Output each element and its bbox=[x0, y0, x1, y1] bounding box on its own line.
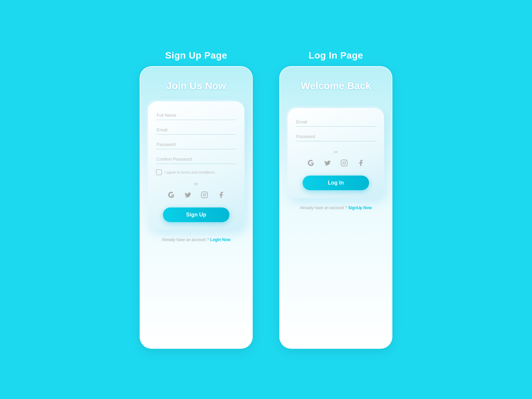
fullname-input[interactable] bbox=[156, 111, 236, 120]
login-twitter-icon[interactable] bbox=[322, 158, 333, 168]
twitter-icon[interactable] bbox=[183, 190, 193, 200]
signup-email-input[interactable] bbox=[156, 125, 236, 135]
login-heading: Welcome Back bbox=[301, 80, 371, 91]
login-page-wrapper: Log In Page Welcome Back or bbox=[279, 50, 392, 349]
login-form-box: or bbox=[288, 108, 384, 198]
svg-point-5 bbox=[345, 161, 346, 162]
svg-point-4 bbox=[343, 162, 345, 164]
login-email-input[interactable] bbox=[296, 117, 376, 127]
login-password-input[interactable] bbox=[296, 132, 376, 141]
login-phone-card: Welcome Back or bbox=[279, 66, 392, 349]
svg-rect-0 bbox=[201, 192, 207, 198]
login-google-icon[interactable] bbox=[306, 158, 316, 168]
signup-phone-card: Join Us Now I agree to terms and conditi… bbox=[140, 66, 253, 349]
login-facebook-icon[interactable] bbox=[355, 158, 366, 168]
signup-page-wrapper: Sign Up Page Join Us Now I agree to term… bbox=[140, 50, 253, 349]
signup-social-icons bbox=[166, 190, 226, 200]
svg-rect-3 bbox=[341, 160, 347, 166]
signup-page-title: Sign Up Page bbox=[165, 50, 227, 61]
login-page-title: Log In Page bbox=[309, 50, 363, 61]
signup-login-link[interactable]: LogIn Now bbox=[210, 237, 230, 242]
google-icon[interactable] bbox=[166, 190, 177, 200]
signup-button[interactable]: Sign Up bbox=[163, 207, 229, 222]
signup-or-divider: or bbox=[194, 181, 198, 186]
signup-heading: Join Us Now bbox=[166, 80, 226, 91]
facebook-icon[interactable] bbox=[216, 190, 226, 200]
svg-point-1 bbox=[203, 194, 205, 196]
terms-row: I agree to terms and conditions bbox=[156, 169, 236, 175]
login-or-divider: or bbox=[334, 149, 338, 154]
terms-label: I agree to terms and conditions bbox=[165, 170, 215, 174]
instagram-icon[interactable] bbox=[199, 190, 210, 200]
login-button[interactable]: Log In bbox=[303, 176, 369, 190]
login-social-icons bbox=[306, 158, 366, 168]
svg-point-2 bbox=[206, 193, 206, 194]
signup-confirm-password-input[interactable] bbox=[156, 155, 236, 164]
signup-already-text: Already have an account ? LogIn Now bbox=[162, 237, 231, 242]
signup-password-input[interactable] bbox=[156, 140, 236, 149]
signup-form-box: I agree to terms and conditions or bbox=[148, 101, 244, 230]
login-instagram-icon[interactable] bbox=[339, 158, 349, 168]
login-already-text: Already have an account ? SignUp Now bbox=[300, 205, 372, 210]
login-signup-link[interactable]: SignUp Now bbox=[348, 205, 372, 210]
terms-checkbox[interactable] bbox=[156, 169, 162, 175]
